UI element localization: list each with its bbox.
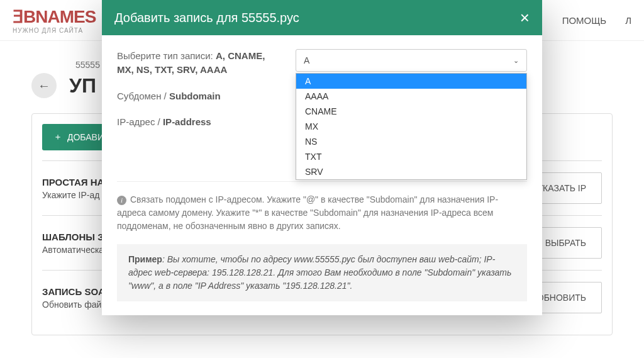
- close-icon[interactable]: ×: [520, 9, 530, 26]
- ip-label-prefix: IP-адрес /: [117, 116, 163, 127]
- dropdown-option-mx[interactable]: MX: [296, 119, 526, 134]
- subdomain-label-bold: Subdomain: [169, 91, 221, 101]
- dropdown-option-cname[interactable]: CNAME: [296, 104, 526, 119]
- info-text: iСвязать поддомен с IP-адресом. Укажите …: [117, 193, 527, 233]
- modal: Добавить запись для 55555.рус × Выберите…: [102, 0, 542, 315]
- example-text: : Вы хотите, чтобы по адресу www.55555.р…: [128, 254, 511, 291]
- info-icon: i: [117, 196, 126, 205]
- divider: [117, 181, 527, 182]
- dropdown-option-srv[interactable]: SRV: [296, 164, 526, 179]
- subdomain-label-prefix: Субдомен /: [117, 91, 169, 101]
- dropdown-option-aaaa[interactable]: AAAA: [296, 89, 526, 104]
- type-select[interactable]: A ⌄: [296, 49, 527, 72]
- dropdown-option-a[interactable]: A: [296, 74, 526, 89]
- dropdown-option-txt[interactable]: TXT: [296, 149, 526, 164]
- type-label: Выберите тип записи: A, CNAME, MX, NS, T…: [117, 49, 280, 77]
- type-dropdown: A AAAA CNAME MX NS TXT SRV: [296, 73, 527, 180]
- type-label-prefix: Выберите тип записи:: [117, 50, 216, 61]
- type-selected-value: A: [304, 55, 309, 65]
- modal-body: Выберите тип записи: A, CNAME, MX, NS, T…: [102, 35, 542, 315]
- subdomain-label: Субдомен / Subdomain: [117, 89, 280, 103]
- modal-title: Добавить запись для 55555.рус: [114, 11, 299, 25]
- chevron-down-icon: ⌄: [513, 57, 519, 65]
- dropdown-option-ns[interactable]: NS: [296, 134, 526, 149]
- ip-label-bold: IP-address: [163, 116, 211, 127]
- example-label: Пример: [128, 254, 162, 264]
- info-text-content: Связать поддомен с IP-адресом. Укажите "…: [117, 194, 498, 231]
- ip-label: IP-адрес / IP-address: [117, 115, 280, 129]
- modal-overlay: Добавить запись для 55555.рус × Выберите…: [0, 0, 644, 358]
- example-box: Пример: Вы хотите, чтобы по адресу www.5…: [117, 244, 527, 301]
- modal-header: Добавить запись для 55555.рус ×: [102, 0, 542, 35]
- type-control: A ⌄ A AAAA CNAME MX NS TXT SRV: [296, 49, 527, 72]
- row-type: Выберите тип записи: A, CNAME, MX, NS, T…: [117, 49, 527, 77]
